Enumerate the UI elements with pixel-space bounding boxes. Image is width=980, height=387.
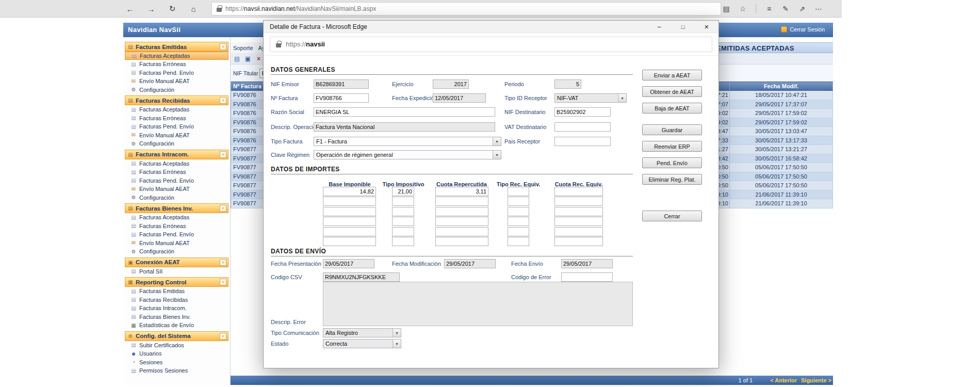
base-imponible-input[interactable]: [323, 237, 376, 246]
collapse-icon[interactable]: «: [220, 43, 226, 50]
favorites-star-icon[interactable]: ☆: [737, 3, 749, 15]
close-button[interactable]: ×: [695, 21, 718, 33]
sidebar-item-bienes-aceptadas[interactable]: ▤ Facturas Aceptadas: [125, 213, 228, 222]
baja-aeat-button[interactable]: Baja de AEAT: [642, 103, 702, 114]
tipo-factura-select[interactable]: F1 - Factura ▾: [314, 137, 501, 146]
cuota-repercutida-input[interactable]: [435, 187, 488, 196]
cuota-rec-equiv-input[interactable]: [554, 227, 603, 236]
minimize-button[interactable]: –: [647, 21, 671, 33]
sidebar-item-sesiones[interactable]: ◔ Sesiones: [125, 358, 228, 367]
share-icon[interactable]: ⇗: [796, 3, 808, 15]
sidebar-item-estadisticas-de-envio[interactable]: ▦ Estadísticas de Envío: [125, 321, 228, 330]
sidebar-item-subir-certificados[interactable]: ▤ Subir Certificados: [125, 341, 228, 350]
tipo-id-receptor-select[interactable]: NIF-VAT ▾: [554, 93, 627, 103]
sidebar-item-bienes-envio-manual-aeat[interactable]: ✉ Envío Manual AEAT: [125, 239, 228, 248]
next-page-link[interactable]: Siguiente >: [801, 377, 831, 383]
section-header-reporting-control[interactable]: ▦ Reporting Control «: [125, 277, 228, 287]
base-imponible-input[interactable]: [323, 207, 376, 216]
cuota-rec-equiv-input[interactable]: [554, 187, 603, 196]
reading-view-icon[interactable]: ▤: [720, 3, 732, 15]
enviar-aeat-button[interactable]: Enviar a AEAT: [642, 70, 702, 80]
collapse-icon[interactable]: «: [220, 97, 226, 104]
periodo-input[interactable]: [554, 79, 581, 89]
tipo-rec-equiv-input[interactable]: [508, 187, 529, 196]
sidebar-item-bienes-pend-envio[interactable]: ▤ Facturas Pend. Envío: [125, 230, 228, 239]
cuota-repercutida-input[interactable]: [435, 207, 488, 216]
fecha-presentacion-input[interactable]: [323, 259, 374, 268]
nif-emisor-input[interactable]: [314, 79, 369, 89]
section-header-facturas-recibidas[interactable]: ▤ Facturas Recibidas «: [125, 95, 228, 105]
sidebar-item-emitidas-pend-envio[interactable]: ▤ Facturas Pend. Envío: [125, 69, 228, 77]
annotate-pen-icon[interactable]: ✎: [779, 3, 792, 15]
tipo-rec-equiv-input[interactable]: [508, 237, 529, 246]
base-imponible-input[interactable]: [323, 227, 376, 236]
base-imponible-input[interactable]: [323, 187, 376, 196]
col-fecha-modif[interactable]: Fecha Modif.: [730, 82, 833, 90]
sidebar-item-usuarios[interactable]: ☻ Usuarios: [125, 349, 228, 358]
estado-select[interactable]: Correcta ▾: [323, 339, 401, 348]
cuota-rec-equiv-input[interactable]: [554, 217, 603, 226]
sidebar-item-recibidas-configuracion[interactable]: ⚙ Configuración: [125, 139, 228, 148]
sidebar-item-reporting-recibidas[interactable]: ▤ Facturas Recibidas: [125, 296, 228, 304]
new-document-icon[interactable]: ▤: [233, 54, 241, 63]
tipo-rec-equiv-input[interactable]: [508, 207, 529, 216]
sidebar-item-emitidas-configuracion[interactable]: ⚙ Configuración: [125, 86, 228, 94]
sidebar-item-intracom-erroneas[interactable]: ▤ Facturas Erróneas: [125, 168, 228, 176]
tab-soporte[interactable]: Soporte: [233, 45, 253, 51]
sidebar-item-recibidas-envio-manual-aeat[interactable]: ✉ Envío Manual AEAT: [125, 131, 228, 140]
vat-destinatario-input[interactable]: [554, 122, 611, 132]
sidebar-item-recibidas-erroneas[interactable]: ▤ Facturas Erróneas: [125, 114, 228, 123]
collapse-icon[interactable]: «: [220, 333, 226, 340]
sidebar-item-emitidas-erroneas[interactable]: ▤ Facturas Erróneas: [125, 60, 228, 69]
descrip-operacion-input[interactable]: [314, 122, 495, 132]
sidebar-item-bienes-configuracion[interactable]: ⚙ Configuración: [125, 247, 228, 256]
cuota-repercutida-input[interactable]: [435, 227, 488, 236]
collapse-icon[interactable]: «: [220, 151, 226, 158]
tipo-rec-equiv-input[interactable]: [508, 197, 529, 206]
section-header-conexion-aeat[interactable]: ▣ Conexión AEAT «: [125, 257, 228, 267]
reenviar-erp-button[interactable]: Reenviar ERP: [642, 141, 702, 152]
fecha-expedicion-input[interactable]: [433, 93, 486, 103]
sidebar-item-bienes-erroneas[interactable]: ▤ Facturas Erróneas: [125, 222, 228, 231]
sidebar-item-intracom-configuracion[interactable]: ⚙ Configuración: [125, 194, 228, 202]
cuota-rec-equiv-input[interactable]: [554, 237, 603, 246]
cuota-repercutida-input[interactable]: [435, 197, 488, 206]
guardar-button[interactable]: Guardar: [642, 124, 702, 135]
pais-receptor-input[interactable]: [554, 137, 611, 146]
save-icon[interactable]: ▣: [243, 54, 252, 63]
prev-page-link[interactable]: < Anterior: [770, 377, 797, 383]
section-header-config-del-sistema[interactable]: ⚙ Config. del Sistema «: [125, 331, 228, 341]
sidebar-item-reporting-intracom[interactable]: ▤ Facturas Intracom.: [125, 304, 228, 313]
fecha-envio-input[interactable]: [561, 259, 613, 268]
cuota-rec-equiv-input[interactable]: [554, 207, 603, 216]
num-factura-input[interactable]: [314, 93, 369, 103]
modal-address-bar[interactable]: https://navsii: [270, 37, 712, 52]
hub-icon[interactable]: ≡: [763, 3, 775, 15]
sidebar-item-portal-sii[interactable]: ▤ Portal SII: [125, 267, 228, 276]
tipo-impositivo-input[interactable]: [392, 217, 414, 226]
sidebar-item-emitidas-aceptadas[interactable]: ▤ Facturas Aceptadas: [125, 52, 228, 60]
clave-regimen-select[interactable]: Operación de régimen general ▾: [314, 150, 501, 159]
tipo-rec-equiv-input[interactable]: [508, 227, 529, 236]
razon-social-input[interactable]: [314, 107, 495, 117]
pend-envio-button[interactable]: Pend. Envío: [642, 157, 702, 168]
descrip-error-textarea[interactable]: [323, 282, 633, 326]
sidebar-item-intracom-pend-envio[interactable]: ▤ Facturas Pend. Envío: [125, 176, 228, 185]
section-header-facturas-intracom[interactable]: ▤ Facturas Intracom. «: [125, 150, 228, 159]
delete-icon[interactable]: ×: [254, 54, 263, 63]
cuota-rec-equiv-input[interactable]: [554, 197, 603, 206]
refresh-button[interactable]: ↻: [166, 3, 178, 15]
back-button[interactable]: ←: [124, 3, 136, 15]
cuota-repercutida-input[interactable]: [435, 237, 488, 246]
eliminar-reg-plat-button[interactable]: Eliminar Reg. Plat.: [642, 174, 702, 185]
sidebar-item-reporting-emitidas[interactable]: ▤ Facturas Emitidas: [125, 287, 228, 296]
fecha-modificacion-input[interactable]: [444, 259, 496, 268]
ejercicio-input[interactable]: [433, 79, 469, 89]
tipo-impositivo-input[interactable]: [392, 187, 414, 196]
home-button[interactable]: ⌂: [187, 3, 200, 15]
tipo-impositivo-input[interactable]: [392, 197, 414, 206]
sidebar-item-emitidas-envio-manual-aeat[interactable]: ✉ Envío Manual AEAT: [125, 77, 228, 86]
obtener-aeat-button[interactable]: Obtener de AEAT: [642, 86, 702, 97]
section-header-facturas-bienes-inv[interactable]: ▤ Facturas Bienes Inv. «: [125, 203, 228, 213]
sidebar-item-intracom-envio-manual-aeat[interactable]: ✉ Envío Manual AEAT: [125, 185, 228, 194]
